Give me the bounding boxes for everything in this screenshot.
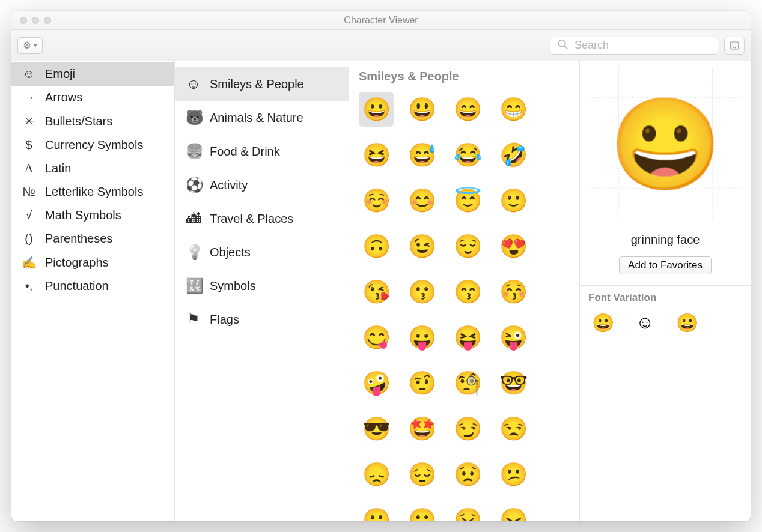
character-cell[interactable]: 😏 [450, 411, 485, 446]
zoom-window-button[interactable] [44, 17, 51, 24]
subcategory-item[interactable]: 🏙Travel & Places [175, 202, 349, 235]
font-variant[interactable]: 😀 [676, 312, 698, 333]
font-variant[interactable]: ☺ [636, 312, 654, 333]
settings-menu-button[interactable]: ⚙ ▾ [17, 37, 43, 54]
subcategory-icon: ⚑ [186, 311, 201, 328]
character-cell[interactable]: 😎 [359, 411, 394, 446]
window-title: Character Viewer [11, 15, 751, 26]
subcategory-icon: 🐻 [186, 109, 201, 126]
character-cell[interactable]: 😍 [496, 229, 531, 264]
category-icon: •, [21, 279, 37, 293]
character-cell[interactable]: 😌 [450, 229, 485, 264]
character-cell[interactable]: 😒 [496, 411, 531, 446]
category-icon: ☺ [21, 67, 37, 81]
category-item[interactable]: →Arrows [11, 86, 174, 109]
character-cell[interactable]: 😖 [496, 503, 531, 521]
character-cell[interactable]: 😊 [404, 183, 439, 218]
character-cell[interactable]: 😅 [404, 138, 439, 172]
preview-area: 😀 grinning face Add to Favorites [580, 61, 751, 285]
category-icon: $ [21, 138, 37, 152]
subcategory-item[interactable]: ⚽Activity [175, 168, 349, 202]
category-icon: → [21, 91, 37, 104]
character-cell[interactable]: 🤩 [404, 411, 439, 446]
category-list: ☺Emoji→Arrows✳Bullets/Stars$Currency Sym… [11, 61, 175, 521]
minimize-window-button[interactable] [32, 17, 39, 24]
subcategory-item[interactable]: 💡Objects [175, 235, 349, 269]
preview-box: 😀 [590, 68, 741, 220]
character-cell[interactable]: 😆 [359, 138, 394, 172]
close-window-button[interactable] [20, 17, 27, 24]
category-item[interactable]: №Letterlike Symbols [11, 180, 174, 204]
character-cell[interactable]: 😄 [450, 92, 485, 127]
category-item[interactable]: $Currency Symbols [11, 133, 174, 157]
character-cell[interactable]: ☹️ [404, 503, 439, 521]
subcategory-label: Activity [210, 178, 248, 192]
character-cell[interactable]: 😛 [404, 320, 439, 355]
category-item[interactable]: ALatin [11, 157, 174, 180]
character-cell[interactable]: 😁 [496, 92, 531, 127]
character-cell[interactable]: 😜 [496, 320, 531, 355]
main-content: ☺Emoji→Arrows✳Bullets/Stars$Currency Sym… [11, 61, 751, 521]
character-cell[interactable]: 🤓 [496, 366, 531, 401]
search-input[interactable] [575, 39, 712, 52]
category-item[interactable]: √Math Symbols [11, 204, 174, 227]
subcategory-list: ☺Smileys & People🐻Animals & Nature🍔Food … [175, 61, 349, 521]
character-cell[interactable]: 🙃 [359, 229, 394, 264]
subcategory-item[interactable]: 🐻Animals & Nature [175, 101, 349, 135]
character-cell[interactable]: 😞 [359, 457, 394, 492]
category-icon: () [21, 232, 37, 246]
character-cell[interactable]: 😃 [404, 92, 439, 127]
subcategory-item[interactable]: ☺Smileys & People [175, 67, 349, 101]
category-label: Pictographs [45, 256, 109, 270]
category-item[interactable]: •,Punctuation [11, 274, 174, 298]
category-label: Currency Symbols [45, 138, 143, 152]
subcategory-icon: ☺ [186, 76, 201, 92]
category-label: Latin [45, 162, 71, 175]
character-cell[interactable]: 😘 [359, 274, 394, 309]
category-item[interactable]: ()Parentheses [11, 227, 174, 250]
character-cell[interactable]: 🙂 [496, 183, 531, 218]
character-cell[interactable]: 😕 [496, 457, 531, 492]
category-icon: № [21, 185, 37, 199]
character-cell[interactable]: 🙁 [359, 503, 394, 521]
subcategory-label: Symbols [210, 279, 256, 293]
category-label: Math Symbols [45, 208, 121, 222]
category-item[interactable]: ✳Bullets/Stars [11, 109, 174, 133]
character-cell[interactable]: 🤣 [496, 138, 531, 172]
character-cell[interactable]: 😂 [450, 138, 485, 172]
character-cell[interactable]: 😣 [450, 503, 485, 521]
collapse-viewer-button[interactable] [724, 37, 745, 55]
character-cell[interactable]: 🧐 [450, 366, 485, 401]
character-cell[interactable]: 😝 [450, 320, 485, 355]
toolbar: ⚙ ▾ [11, 30, 751, 61]
character-cell[interactable]: 😚 [496, 274, 531, 309]
subcategory-item[interactable]: 🍔Food & Drink [175, 135, 349, 168]
character-cell[interactable]: 😔 [404, 457, 439, 492]
category-item[interactable]: ✍Pictographs [11, 250, 174, 274]
category-icon: A [21, 162, 37, 175]
character-cell[interactable]: 🤨 [404, 366, 439, 401]
category-label: Punctuation [45, 279, 109, 293]
subcategory-label: Animals & Nature [210, 111, 303, 125]
character-cell[interactable]: 😋 [359, 320, 394, 355]
character-cell[interactable]: 😇 [450, 183, 485, 218]
character-cell[interactable]: ☺️ [359, 183, 394, 218]
character-cell[interactable]: 😀 [359, 92, 394, 127]
character-cell[interactable]: 😗 [404, 274, 439, 309]
character-cell[interactable]: 😉 [404, 229, 439, 264]
character-cell[interactable]: 😙 [450, 274, 485, 309]
search-icon [556, 38, 570, 53]
category-item[interactable]: ☺Emoji [11, 62, 174, 86]
subcategory-item[interactable]: ⚑Flags [175, 303, 349, 336]
character-cell[interactable]: 🤪 [359, 366, 394, 401]
subcategory-icon: 🏙 [186, 210, 201, 227]
category-label: Letterlike Symbols [45, 185, 143, 199]
subcategory-item[interactable]: 🔣Symbols [175, 269, 349, 303]
character-cell[interactable]: 😟 [450, 457, 485, 492]
font-variant[interactable]: 😀 [592, 312, 614, 333]
subcategory-label: Food & Drink [210, 145, 280, 159]
add-to-favorites-button[interactable]: Add to Favorites [619, 256, 712, 274]
alignment-guides [590, 68, 741, 220]
search-field[interactable] [550, 37, 718, 55]
category-icon: ✍ [21, 255, 37, 270]
